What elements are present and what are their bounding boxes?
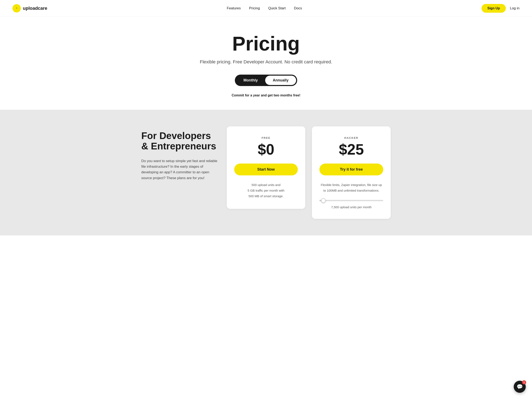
hacker-plan-price: $25	[319, 142, 383, 157]
free-plan-cta[interactable]: Start Now	[234, 164, 298, 175]
pricing-section: For Developers & Entrepreneurs Do you wa…	[0, 110, 532, 235]
slider-track	[319, 200, 383, 201]
pricing-intro: For Developers & Entrepreneurs Do you wa…	[141, 126, 220, 185]
nav-pricing[interactable]: Pricing	[249, 6, 260, 10]
billing-toggle: Monthly Annually	[235, 75, 297, 86]
logo-text: uploadcare	[23, 6, 47, 11]
annually-toggle[interactable]: Annually	[265, 76, 296, 85]
upload-units-slider-area: 7,500 upload units per month	[319, 200, 383, 209]
intro-description: Do you want to setup simple yet fast and…	[141, 158, 220, 181]
page-title: Pricing	[4, 33, 528, 54]
slider-thumb[interactable]	[321, 198, 326, 203]
hero-section: Pricing Flexible pricing. Free Developer…	[0, 17, 532, 110]
nav-docs[interactable]: Docs	[294, 6, 302, 10]
nav-quickstart[interactable]: Quick Start	[268, 6, 285, 10]
free-plan-features: 500 upload units and 5 GB traffic per mo…	[234, 182, 298, 199]
logo-icon: ·	[13, 4, 21, 13]
signup-button[interactable]: Sign Up	[481, 4, 506, 13]
free-plan-price: $0	[234, 142, 298, 157]
hero-subtitle: Flexible pricing. Free Developer Account…	[4, 59, 528, 65]
monthly-toggle[interactable]: Monthly	[236, 76, 265, 85]
upload-units-label: 7,500 upload units per month	[319, 205, 383, 209]
login-button[interactable]: Log in	[510, 6, 519, 10]
hacker-plan-tier: HACKER	[319, 136, 383, 139]
free-plan-tier: FREE	[234, 136, 298, 139]
intro-heading: For Developers & Entrepreneurs	[141, 131, 220, 152]
hacker-plan-cta[interactable]: Try it for free	[319, 164, 383, 175]
annual-note: Commit for a year and get two months fre…	[4, 94, 528, 97]
hacker-plan-features: Flexible limits, Zapier integration, fil…	[319, 182, 383, 193]
hacker-plan-card: HACKER $25 Try it for free Flexible limi…	[312, 126, 391, 219]
logo-link[interactable]: · uploadcare	[13, 4, 47, 13]
nav-features[interactable]: Features	[227, 6, 241, 10]
free-plan-card: FREE $0 Start Now 500 upload units and 5…	[227, 126, 305, 209]
